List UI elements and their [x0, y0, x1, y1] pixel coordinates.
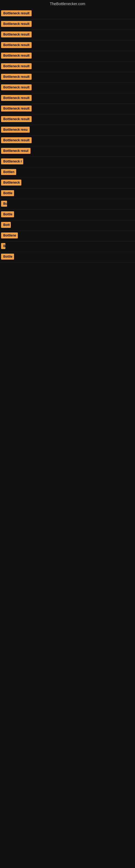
- list-item: Bottleneck result: [0, 104, 135, 115]
- list-item: Bottleneck resul: [0, 146, 135, 157]
- bottleneck-result-badge[interactable]: Bottleneck result: [1, 137, 32, 143]
- list-item: Bottleneck resu: [0, 125, 135, 135]
- site-title-text: TheBottlenecker.com: [50, 2, 85, 6]
- list-item: Bottleneck result: [0, 115, 135, 125]
- list-item: Bottle: [0, 252, 135, 262]
- list-item: Bottleneck result: [0, 9, 135, 19]
- bottleneck-result-badge[interactable]: Bottleneck result: [1, 53, 32, 59]
- list-item: Bottleneck result: [0, 19, 135, 30]
- list-item: Bottle: [0, 188, 135, 199]
- bottleneck-result-badge[interactable]: Bottleneck result: [1, 95, 32, 101]
- list-item: Bottleneck result: [0, 83, 135, 93]
- bottleneck-result-badge[interactable]: Bo: [1, 201, 7, 207]
- bottleneck-result-badge[interactable]: Bottleneck resu: [1, 127, 30, 133]
- bottleneck-result-badge[interactable]: Bott: [1, 222, 11, 228]
- bottleneck-result-badge[interactable]: Bottleneck result: [1, 105, 32, 112]
- list-item: B: [0, 241, 135, 252]
- list-item: Bottleneck result: [0, 30, 135, 40]
- bottleneck-result-badge[interactable]: Bottleneck result: [1, 42, 32, 48]
- list-item: Bottleneck result: [0, 62, 135, 72]
- bottleneck-result-badge[interactable]: Bottleneck: [1, 180, 21, 186]
- bottleneck-result-badge[interactable]: Bottleneck result: [1, 31, 32, 37]
- list-item: Bottleneck result: [0, 51, 135, 62]
- list-item: Bottlen: [0, 167, 135, 178]
- bottleneck-result-badge[interactable]: Bottle: [1, 254, 14, 259]
- list-item: Bottleneck result: [0, 135, 135, 146]
- bottleneck-result-badge[interactable]: Bottleneck result: [1, 84, 32, 90]
- list-item: Bottleneck result: [0, 93, 135, 104]
- bottleneck-result-badge[interactable]: Bottlen: [1, 169, 16, 175]
- bottleneck-result-badge[interactable]: Bottle: [1, 190, 14, 196]
- bottleneck-result-badge[interactable]: B: [1, 243, 5, 249]
- bottleneck-result-badge[interactable]: Bottleneck result: [1, 63, 32, 69]
- list-item: Bo: [0, 199, 135, 210]
- list-item: Bottleneck r: [0, 157, 135, 167]
- bottleneck-result-badge[interactable]: Bottle: [1, 211, 14, 217]
- list-item: Bott: [0, 220, 135, 231]
- list-item: Bottle: [0, 210, 135, 220]
- list-item: Bottleneck result: [0, 72, 135, 83]
- list-item: Bottleneck: [0, 178, 135, 188]
- bottleneck-result-badge[interactable]: Bottleneck result: [1, 21, 32, 27]
- bottleneck-result-badge[interactable]: Bottleneck resul: [1, 148, 31, 154]
- bottleneck-result-badge[interactable]: Bottleneck result: [1, 116, 32, 122]
- bottleneck-result-badge[interactable]: Bottleneck r: [1, 158, 23, 164]
- bottleneck-result-badge[interactable]: Bottlene: [1, 232, 18, 239]
- bottleneck-result-badge[interactable]: Bottleneck result: [1, 10, 32, 16]
- list-item: Bottlene: [0, 231, 135, 241]
- list-item: Bottleneck result: [0, 40, 135, 51]
- bottleneck-result-badge[interactable]: Bottleneck result: [1, 74, 32, 80]
- site-title: TheBottlenecker.com: [0, 0, 135, 9]
